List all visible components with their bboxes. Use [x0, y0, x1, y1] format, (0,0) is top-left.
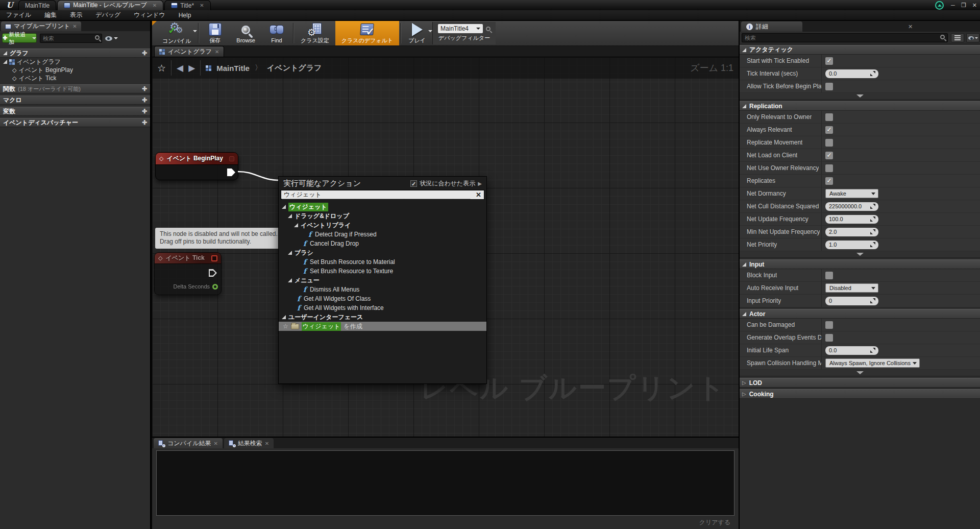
action-category-row[interactable]: ユーザーインターフェース [279, 312, 486, 322]
unreal-logo-icon[interactable]: U [4, 1, 16, 10]
property-checkbox[interactable]: ✓ [825, 177, 833, 185]
menu-item-2[interactable]: 編集 [44, 11, 57, 19]
action-row[interactable]: fDismiss All Menus [279, 285, 486, 294]
sidebar-item[interactable]: ◇イベント BeginPlay [0, 66, 150, 74]
details-search-input[interactable] [742, 34, 931, 42]
action-row[interactable]: fGet All Widgets with Interface [279, 303, 486, 312]
close-tab-icon[interactable]: ✕ [153, 3, 157, 8]
close-tab-icon[interactable]: ✕ [215, 49, 219, 55]
menu-item-5[interactable]: ウィンドウ [134, 11, 165, 19]
add-icon[interactable]: ✚ [142, 85, 147, 92]
nav-forward-icon[interactable]: ▶ [188, 63, 195, 74]
breadcrumb-root[interactable]: MainTitle [216, 64, 250, 73]
property-checkbox[interactable] [825, 272, 833, 279]
close-tab-icon[interactable]: ✕ [200, 3, 204, 8]
tab-event-graph[interactable]: イベントグラフ ✕ [154, 46, 224, 57]
sidebar-section-イベントディスパッチャー[interactable]: イベントディスパッチャー✚ [0, 118, 150, 127]
section-header-Input[interactable]: Input [740, 259, 980, 269]
float-pin-icon[interactable] [212, 284, 218, 290]
bookmark-star-icon[interactable]: ☆ [157, 62, 166, 74]
maximize-button[interactable]: ❒ [961, 2, 966, 9]
graph-viewport[interactable]: ☆ ◀ ▶ MainTitle 〉 イベントグラフ ズーム 1:1 ◇ イベント… [152, 57, 739, 437]
property-checkbox[interactable] [825, 321, 833, 329]
minimize-button[interactable]: ─ [951, 2, 955, 9]
visibility-filter-button[interactable] [105, 34, 120, 43]
exec-output-pin[interactable] [227, 169, 235, 176]
account-status-icon[interactable] [935, 1, 944, 10]
close-tab-icon[interactable]: ✕ [72, 23, 77, 29]
action-row[interactable]: fDetect Drag if Pressed [279, 230, 486, 239]
add-icon[interactable]: ✚ [142, 97, 147, 104]
action-category-row[interactable]: イベントリプライ [279, 221, 486, 230]
section-header-Cooking[interactable]: ▷Cooking [740, 389, 980, 399]
menu-item-1[interactable]: ファイル [6, 11, 31, 19]
close-tab-icon[interactable]: ✕ [265, 441, 269, 446]
sidebar-section-変数[interactable]: 変数✚ [0, 107, 150, 116]
tab-details[interactable]: i 詳細 [741, 21, 802, 32]
nav-back-icon[interactable]: ◀ [177, 63, 183, 74]
property-dropdown[interactable]: Always Spawn, Ignore Collisions [825, 358, 920, 368]
chevron-down-icon[interactable] [428, 30, 432, 32]
section-header-Replication[interactable]: Replication [740, 101, 980, 111]
action-row[interactable]: fGet All Widgets Of Class [279, 294, 486, 303]
tab-my-blueprint[interactable]: マイブループリント ✕ [1, 21, 81, 31]
action-category-row[interactable]: ドラッグ&ドロップ [279, 211, 486, 221]
property-spinbox[interactable]: 225000000.0 [825, 202, 878, 211]
debug-object-select[interactable]: MainTitle4 [438, 24, 483, 33]
section-header-アクタティック[interactable]: アクタティック [740, 45, 980, 55]
property-checkbox[interactable]: ✓ [825, 57, 833, 65]
window-tab-2[interactable]: MainTitle - レベルブループ✕ [57, 0, 163, 10]
property-dropdown[interactable]: Awake [825, 189, 878, 198]
tab-find-results[interactable]: 結果検索✕ [224, 438, 274, 448]
clear-log-button[interactable]: クリアする [699, 518, 730, 527]
action-row[interactable]: fSet Brush Resource to Material [279, 257, 486, 267]
section-expander[interactable] [740, 93, 980, 100]
sidebar-section-グラフ[interactable]: グラフ✚ [0, 49, 150, 58]
action-row[interactable]: fCancel Drag Drop [279, 239, 486, 248]
find-button[interactable]: Find [261, 21, 292, 45]
section-expander[interactable] [740, 251, 980, 258]
action-row-selected[interactable]: ☆ウィジェットを作成 [279, 322, 486, 331]
property-spinbox[interactable]: 100.0 [825, 215, 878, 224]
class-settings-button[interactable]: ⚙クラス設定 [295, 21, 335, 45]
close-tab-icon[interactable]: ✕ [908, 23, 913, 30]
display-filter-button[interactable] [966, 33, 979, 42]
property-spinbox[interactable]: 1.0 [825, 241, 878, 249]
save-button[interactable]: 保存 [200, 21, 230, 45]
property-checkbox[interactable] [825, 83, 833, 90]
add-icon[interactable]: ✚ [142, 50, 147, 57]
view-options-button[interactable] [951, 33, 964, 42]
sidebar-section-マクロ[interactable]: マクロ✚ [0, 95, 150, 105]
delta-seconds-pin-row[interactable]: Delta Seconds [173, 283, 218, 290]
property-checkbox[interactable]: ✓ [825, 152, 833, 159]
menu-item-3[interactable]: 表示 [70, 11, 82, 19]
section-header-LOD[interactable]: ▷LOD [740, 378, 980, 388]
section-expander[interactable] [740, 370, 980, 376]
action-row[interactable]: fSet Brush Resource to Texture [279, 267, 486, 276]
add-icon[interactable]: ✚ [142, 108, 147, 115]
node-header[interactable]: ◇ イベント Tick [155, 253, 221, 264]
node-event-beginplay[interactable]: ◇ イベント BeginPlay [155, 152, 238, 180]
node-disabled-indicator[interactable] [211, 255, 217, 261]
close-button[interactable]: ✕ [972, 2, 977, 9]
property-checkbox[interactable] [825, 139, 833, 147]
exec-output-pin[interactable] [209, 269, 217, 277]
property-dropdown[interactable]: Disabled [825, 283, 878, 293]
compile-button[interactable]: ✓コンパイル [156, 21, 197, 45]
browse-button[interactable]: Browse [230, 21, 261, 45]
menu-item-6[interactable]: Help [179, 12, 191, 19]
context-sensitive-checkbox[interactable]: ✓ [410, 180, 417, 187]
property-checkbox[interactable] [825, 113, 833, 121]
breadcrumb-current[interactable]: イベントグラフ [267, 63, 322, 73]
search-icon[interactable] [486, 27, 491, 31]
node-disabled-indicator[interactable] [229, 156, 234, 161]
chevron-down-icon[interactable] [193, 30, 197, 32]
close-tab-icon[interactable]: ✕ [213, 441, 217, 446]
node-event-tick[interactable]: ◇ イベント Tick Delta Seconds [154, 252, 222, 295]
chevron-right-icon[interactable]: ▶ [478, 181, 482, 186]
property-spinbox[interactable]: 0 [825, 297, 878, 305]
window-tab-3[interactable]: Title*✕ [164, 0, 210, 10]
action-category-row[interactable]: ウィジェット [279, 202, 486, 211]
action-category-row[interactable]: メニュー [279, 276, 486, 285]
sidebar-section-関数[interactable]: 関数(18 オーバーライド可能)✚ [0, 84, 150, 93]
